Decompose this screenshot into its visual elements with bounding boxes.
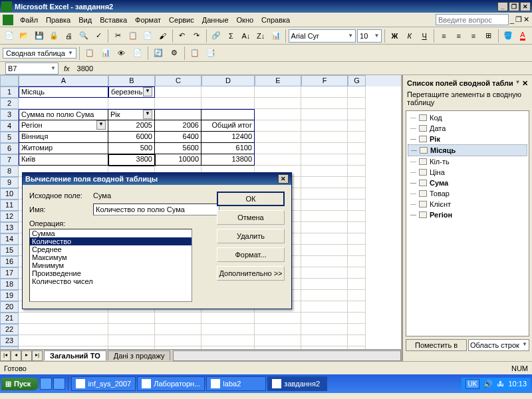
italic-icon[interactable]: К — [403, 29, 416, 43]
cell-D3[interactable] — [201, 109, 255, 120]
cell-A6[interactable]: Житомир — [19, 143, 108, 154]
redo-icon[interactable]: ↷ — [190, 29, 203, 43]
cell-D23[interactable] — [201, 335, 255, 346]
restore-button[interactable]: ❐ — [509, 2, 519, 11]
pivot-show-icon[interactable]: 📄 — [130, 46, 145, 61]
cell-D5[interactable]: 12400 — [201, 132, 255, 143]
field-item[interactable]: —Ціна — [408, 167, 527, 178]
cell-E3[interactable] — [255, 109, 301, 120]
formula-input[interactable]: 3800 — [75, 65, 532, 72]
fx-icon[interactable]: fx — [64, 65, 70, 72]
menu-file[interactable]: Файл — [16, 15, 42, 25]
cell-C21[interactable] — [155, 313, 201, 324]
cell-D2[interactable] — [201, 98, 255, 109]
cell-G5[interactable] — [348, 132, 366, 143]
cell-A7[interactable]: Київ — [19, 154, 108, 166]
cell-G17[interactable] — [348, 267, 366, 279]
cell-E22[interactable] — [255, 324, 301, 335]
cell-G21[interactable] — [348, 313, 366, 324]
cell-F5[interactable] — [301, 132, 348, 143]
cell-B2[interactable] — [108, 98, 155, 109]
cell-F12[interactable] — [301, 211, 348, 222]
field-list[interactable]: —Код—Дата—Рік—Місяць—Кіл-ть—Ціна—Сума—То… — [406, 110, 529, 336]
bold-icon[interactable]: Ж — [388, 29, 401, 43]
operation-list[interactable]: СуммаКоличествоСреднееМаксимумМинимумПро… — [29, 229, 192, 302]
cell-D4[interactable]: Общий итог — [201, 120, 255, 132]
cell-F19[interactable] — [301, 290, 348, 301]
field-item[interactable]: —Сума — [408, 178, 527, 188]
sort-desc-icon[interactable]: Z↓ — [254, 29, 267, 43]
cancel-button[interactable]: Отмена — [217, 210, 285, 225]
cell-E1[interactable] — [255, 86, 301, 98]
quicklaunch-ie-icon[interactable] — [40, 378, 52, 390]
taskbar-task[interactable]: завдання2 — [267, 376, 327, 391]
operation-item[interactable]: Сумма — [30, 229, 192, 237]
menu-edit[interactable]: Правка — [42, 15, 74, 25]
cell-G19[interactable] — [348, 290, 366, 301]
row-header[interactable]: 11 — [0, 200, 19, 211]
cell-F10[interactable] — [301, 188, 348, 200]
tray-volume-icon[interactable]: 🔊 — [483, 380, 493, 388]
pivot-settings-icon[interactable]: ⚙ — [167, 46, 182, 61]
cell-B22[interactable] — [108, 324, 155, 335]
name-input[interactable] — [93, 203, 219, 215]
column-header[interactable]: C — [155, 75, 201, 86]
doc-minimize-button[interactable]: _ — [510, 16, 514, 24]
cell-B7[interactable]: 3800 — [108, 154, 155, 166]
cell-D6[interactable]: 6100 — [201, 143, 255, 154]
cell-G11[interactable] — [348, 200, 366, 211]
column-header[interactable]: E — [255, 75, 301, 86]
cell-E23[interactable] — [255, 335, 301, 346]
name-box[interactable]: B7▼ — [5, 63, 59, 74]
cell-F1[interactable] — [301, 86, 348, 98]
cell-C23[interactable] — [155, 335, 201, 346]
cell-B1[interactable]: березень▼ — [108, 86, 155, 98]
row-header[interactable]: 9 — [0, 177, 19, 188]
sheet-tab-active[interactable]: Загальний ТО — [44, 350, 106, 360]
cell-G13[interactable] — [348, 222, 366, 233]
operation-item[interactable]: Количество — [30, 237, 192, 245]
cell-C6[interactable]: 5600 — [155, 143, 201, 154]
row-header[interactable]: 23 — [0, 335, 19, 346]
cell-A1[interactable]: Місяць — [19, 86, 108, 98]
doc-restore-button[interactable]: ❐ — [515, 15, 522, 24]
hyperlink-icon[interactable]: 🔗 — [209, 29, 223, 43]
cell-F13[interactable] — [301, 222, 348, 233]
filter-dropdown-icon[interactable]: ▼ — [143, 110, 152, 119]
cell-G20[interactable] — [348, 301, 366, 313]
cell-C5[interactable]: 6400 — [155, 132, 201, 143]
align-right-icon[interactable]: ≡ — [467, 29, 480, 43]
tray-clock[interactable]: 10:13 — [508, 380, 527, 388]
cell-A3[interactable]: Сумма по полю Сума — [19, 109, 108, 120]
cell-G18[interactable] — [348, 279, 366, 290]
cell-B4[interactable]: 2005 — [108, 120, 155, 132]
cell-F21[interactable] — [301, 313, 348, 324]
taskbar-task[interactable]: laba2 — [206, 376, 266, 391]
row-header[interactable]: 13 — [0, 222, 19, 233]
column-header[interactable]: G — [348, 75, 366, 86]
row-header[interactable]: 17 — [0, 267, 19, 279]
field-item[interactable]: —Місяць — [408, 144, 527, 156]
cell-F17[interactable] — [301, 267, 348, 279]
row-header[interactable]: 1 — [0, 86, 19, 98]
pivot-hide-icon[interactable]: 👁 — [114, 46, 129, 61]
underline-icon[interactable]: Ч — [418, 29, 431, 43]
column-header[interactable]: B — [108, 75, 155, 86]
menu-data[interactable]: Данные — [198, 15, 233, 25]
cell-F8[interactable] — [301, 166, 348, 177]
align-center-icon[interactable]: ≡ — [452, 29, 466, 43]
spellcheck-icon[interactable]: ✓ — [92, 29, 105, 43]
cell-G10[interactable] — [348, 188, 366, 200]
cell-G9[interactable] — [348, 177, 366, 188]
cell-G7[interactable] — [348, 154, 366, 166]
fill-color-icon[interactable]: 🪣 — [501, 29, 514, 43]
cell-D7[interactable]: 13800 — [201, 154, 255, 166]
tab-nav-first[interactable]: |◂ — [0, 350, 11, 361]
font-color-icon[interactable]: А — [516, 29, 529, 43]
tab-nav-next[interactable]: ▸ — [21, 350, 32, 361]
row-header[interactable]: 5 — [0, 132, 19, 143]
menu-view[interactable]: Вид — [74, 15, 96, 25]
menu-help[interactable]: Справка — [257, 15, 294, 25]
tray-network-icon[interactable]: 🖧 — [497, 380, 504, 388]
cell-D21[interactable] — [201, 313, 255, 324]
